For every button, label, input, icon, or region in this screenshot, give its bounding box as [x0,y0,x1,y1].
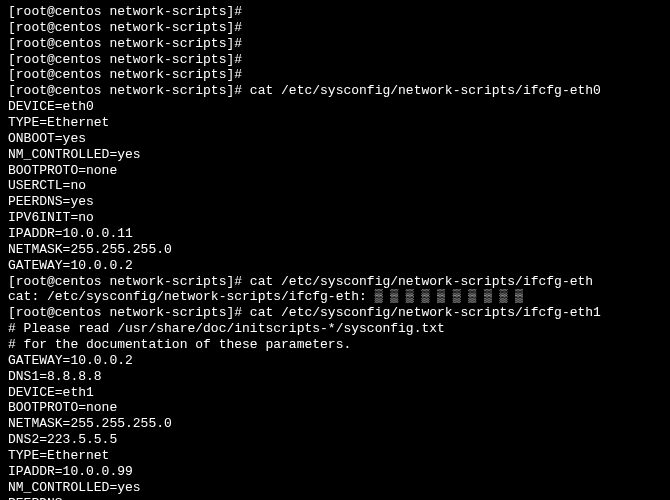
terminal-line: PEERDNS=yes [8,496,662,500]
terminal-line: # Please read /usr/share/doc/initscripts… [8,321,662,337]
terminal-line: [root@centos network-scripts]# [8,67,662,83]
terminal-line: BOOTPROTO=none [8,163,662,179]
terminal-line: DNS1=8.8.8.8 [8,369,662,385]
terminal-line: PEERDNS=yes [8,194,662,210]
terminal-line: [root@centos network-scripts]# [8,36,662,52]
terminal-line: NM_CONTROLLED=yes [8,480,662,496]
terminal-line: [root@centos network-scripts]# [8,52,662,68]
terminal-line: ONBOOT=yes [8,131,662,147]
terminal-line: BOOTPROTO=none [8,400,662,416]
terminal-line: cat: /etc/sysconfig/network-scripts/ifcf… [8,289,662,305]
terminal-line: IPADDR=10.0.0.99 [8,464,662,480]
terminal-line: NETMASK=255.255.255.0 [8,242,662,258]
terminal-line: [root@centos network-scripts]# cat /etc/… [8,305,662,321]
terminal-line: TYPE=Ethernet [8,115,662,131]
terminal-line: NETMASK=255.255.255.0 [8,416,662,432]
terminal-line: [root@centos network-scripts]# cat /etc/… [8,274,662,290]
terminal-output[interactable]: [root@centos network-scripts]#[root@cent… [8,4,662,500]
terminal-line: DEVICE=eth0 [8,99,662,115]
terminal-line: NM_CONTROLLED=yes [8,147,662,163]
terminal-line: GATEWAY=10.0.0.2 [8,258,662,274]
terminal-line: # for the documentation of these paramet… [8,337,662,353]
terminal-line: IPV6INIT=no [8,210,662,226]
terminal-line: USERCTL=no [8,178,662,194]
terminal-line: IPADDR=10.0.0.11 [8,226,662,242]
terminal-line: TYPE=Ethernet [8,448,662,464]
terminal-line: [root@centos network-scripts]# [8,4,662,20]
terminal-line: [root@centos network-scripts]# cat /etc/… [8,83,662,99]
terminal-line: [root@centos network-scripts]# [8,20,662,36]
terminal-line: DEVICE=eth1 [8,385,662,401]
terminal-line: GATEWAY=10.0.0.2 [8,353,662,369]
terminal-line: DNS2=223.5.5.5 [8,432,662,448]
